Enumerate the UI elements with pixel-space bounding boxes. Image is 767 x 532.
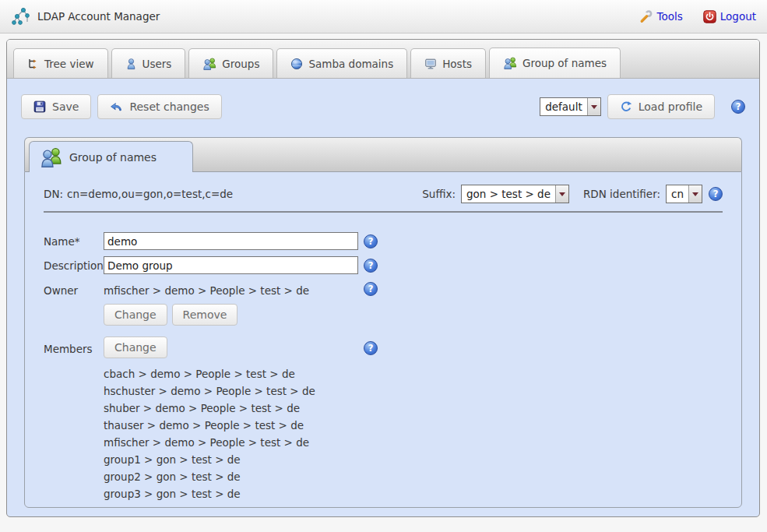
members-change-button[interactable]: Change xyxy=(104,336,167,358)
owner-change-button[interactable]: Change xyxy=(104,304,167,326)
rdn-identifier-label: RDN identifier: xyxy=(583,188,660,200)
description-help-icon[interactable]: ? xyxy=(364,259,378,273)
reset-changes-label: Reset changes xyxy=(129,100,209,113)
wrench-icon xyxy=(639,9,653,24)
tab-label: Group of names xyxy=(522,57,607,69)
owner-help-icon[interactable]: ? xyxy=(364,282,378,296)
logout-power-icon xyxy=(703,10,716,23)
logout-label: Logout xyxy=(720,10,756,23)
lam-logo-icon xyxy=(11,6,31,26)
main-container: Tree view Users xyxy=(6,39,760,517)
profile-select-value: default xyxy=(540,98,587,115)
globe-icon xyxy=(290,58,303,70)
refresh-icon xyxy=(620,100,632,113)
save-label: Save xyxy=(52,100,79,113)
description-input[interactable] xyxy=(104,256,358,274)
suffix-select[interactable]: gon > test > de xyxy=(461,185,569,203)
member-item: group2 > gon > test > de xyxy=(104,468,723,485)
main-tab-bar: Tree view Users xyxy=(7,40,759,79)
suffix-label: Suffix: xyxy=(422,188,456,200)
suffix-select-value: gon > test > de xyxy=(462,185,555,203)
dropdown-arrow-icon xyxy=(555,185,568,203)
logout-link[interactable]: Logout xyxy=(703,10,756,23)
dropdown-arrow-icon xyxy=(688,185,702,203)
gon-form: Name* ? Description ? Owner m xyxy=(44,232,723,502)
owner-remove-button[interactable]: Remove xyxy=(172,304,238,326)
group-of-names-large-icon xyxy=(40,147,62,167)
divider xyxy=(44,211,723,213)
dn-value: cn=demo,ou=gon,o=test,c=de xyxy=(67,188,233,200)
app-header: LDAP Account Manager Tools Logout xyxy=(0,0,767,33)
rdn-select-value: cn xyxy=(667,185,688,203)
tab-tree-view[interactable]: Tree view xyxy=(13,48,108,78)
member-item: mfischer > demo > People > test > de xyxy=(104,434,723,451)
tab-label: Groups xyxy=(222,58,259,70)
tab-hosts[interactable]: Hosts xyxy=(410,48,486,78)
profile-help-icon[interactable]: ? xyxy=(731,100,745,114)
gon-section: Group of names DN: cn=demo,ou=gon,o=test… xyxy=(24,137,742,508)
name-label: Name* xyxy=(44,235,104,248)
tab-group-of-names[interactable]: Group of names xyxy=(489,48,621,78)
description-label: Description xyxy=(44,259,104,272)
members-row: Members Change ? xyxy=(44,336,723,358)
members-help-icon[interactable]: ? xyxy=(364,341,378,355)
rdn-select[interactable]: cn xyxy=(666,185,702,203)
groups-icon xyxy=(202,58,216,70)
owner-value: mfischer > demo > People > test > de xyxy=(104,282,358,297)
owner-row: Owner mfischer > demo > People > test > … xyxy=(44,282,723,326)
tab-users[interactable]: Users xyxy=(111,48,186,78)
save-button[interactable]: Save xyxy=(21,94,91,119)
tab-groups[interactable]: Groups xyxy=(188,48,273,78)
floppy-save-icon xyxy=(33,100,46,113)
member-item: shuber > demo > People > test > de xyxy=(104,400,723,417)
tools-label: Tools xyxy=(657,10,683,23)
gon-active-tab[interactable]: Group of names xyxy=(29,141,193,172)
tab-label: Users xyxy=(142,58,172,70)
user-icon xyxy=(125,58,137,70)
member-item: cbach > demo > People > test > de xyxy=(104,365,723,382)
member-item: hschuster > demo > People > test > de xyxy=(104,382,723,400)
member-list: cbach > demo > People > test > de hschus… xyxy=(104,365,723,502)
toolbar: Save Reset changes default Load profile xyxy=(7,79,759,119)
member-item: thauser > demo > People > test > de xyxy=(104,417,723,434)
rdn-help-icon[interactable]: ? xyxy=(709,187,723,201)
app-title: LDAP Account Manager xyxy=(37,10,160,23)
description-row: Description ? xyxy=(44,256,723,274)
load-profile-label: Load profile xyxy=(639,100,702,113)
gon-panel: DN: cn=demo,ou=gon,o=test,c=de Suffix: g… xyxy=(24,171,742,508)
tools-link[interactable]: Tools xyxy=(639,9,683,24)
host-monitor-icon xyxy=(424,58,437,70)
dn-row: DN: cn=demo,ou=gon,o=test,c=de Suffix: g… xyxy=(44,185,723,203)
gon-tab-label: Group of names xyxy=(69,151,157,164)
name-row: Name* ? xyxy=(44,232,723,250)
group-of-names-icon xyxy=(503,57,517,69)
name-input[interactable] xyxy=(104,232,358,250)
gon-tab-bar: Group of names xyxy=(24,137,742,171)
tree-view-icon xyxy=(27,58,39,69)
member-item: group3 > gon > test > de xyxy=(104,485,723,502)
tab-label: Samba domains xyxy=(308,58,393,70)
profile-select[interactable]: default xyxy=(540,97,601,116)
load-profile-button[interactable]: Load profile xyxy=(607,94,715,119)
reset-changes-button[interactable]: Reset changes xyxy=(97,94,221,119)
dropdown-arrow-icon xyxy=(587,98,600,115)
tab-label: Tree view xyxy=(44,58,94,70)
members-label: Members xyxy=(44,336,104,355)
tab-samba-domains[interactable]: Samba domains xyxy=(276,48,407,78)
owner-label: Owner xyxy=(44,282,104,297)
member-item: group1 > gon > test > de xyxy=(104,451,723,468)
dn-label: DN: xyxy=(44,188,63,200)
name-help-icon[interactable]: ? xyxy=(364,234,378,248)
tab-label: Hosts xyxy=(442,58,472,70)
undo-arrow-icon xyxy=(110,101,123,113)
